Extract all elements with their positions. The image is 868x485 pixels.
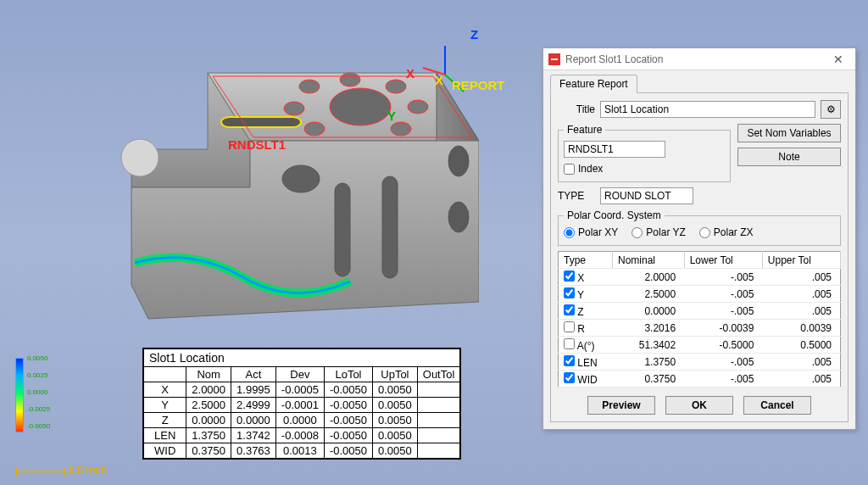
set-nom-button[interactable]: Set Nom Variables (737, 124, 841, 142)
title-input[interactable] (600, 101, 815, 118)
polar-zx-label: Polar ZX (714, 226, 754, 238)
result-col-header: Dev (275, 367, 324, 382)
feature-legend: Feature (564, 124, 605, 136)
tab-feature-report[interactable]: Feature Report (550, 75, 637, 93)
table-row[interactable]: R3.2016-0.00390.0039 (559, 320, 841, 337)
feature-fieldset: Feature Index (558, 124, 731, 182)
scale-label: 0.5 inch (69, 465, 107, 477)
report-dialog[interactable]: Report Slot1 Location ✕ Feature Report T… (542, 47, 856, 430)
legend-tick: -0.0025 (27, 405, 50, 413)
svg-rect-15 (335, 183, 350, 276)
tol-col-header: Nominal (613, 252, 685, 269)
svg-point-18 (121, 139, 159, 176)
table-row: LEN1.37501.3742-0.0008-0.00500.0050 (144, 428, 460, 443)
svg-point-10 (304, 122, 325, 136)
table-row[interactable]: X2.0000-.005.005 (559, 269, 841, 286)
tol-col-header: Type (559, 252, 613, 269)
table-row: Y2.50002.4999-0.0001-0.00500.0050 (144, 398, 460, 413)
polar-yz-radio[interactable] (632, 227, 643, 238)
preview-button[interactable]: Preview (587, 396, 655, 415)
svg-point-7 (386, 80, 406, 93)
tol-row-checkbox[interactable] (564, 287, 575, 298)
tol-col-header: Lower Tol (684, 252, 762, 269)
polar-xy-radio[interactable] (564, 227, 575, 238)
result-table: Slot1 Location NomActDevLoTolUpTolOutTol… (142, 348, 461, 460)
tol-col-header: Upper Tol (762, 252, 840, 269)
note-button[interactable]: Note (737, 148, 841, 166)
axis-x2-label: X (435, 73, 443, 87)
result-col-header: LoTol (324, 367, 372, 382)
svg-point-4 (330, 88, 391, 125)
dialog-title: Report Slot1 Location (565, 53, 826, 65)
dialog-titlebar[interactable]: Report Slot1 Location ✕ (543, 48, 855, 70)
table-row: X2.00001.9995-0.0005-0.00500.0050 (144, 382, 460, 398)
gear-button[interactable]: ⚙ (821, 100, 841, 119)
svg-point-6 (340, 73, 360, 86)
ok-button[interactable]: OK (665, 396, 733, 415)
feature-label-3d: RNDSLT1 (228, 137, 286, 152)
svg-rect-16 (382, 176, 398, 278)
report-label: REPORT (452, 78, 505, 92)
result-table-title: Slot1 Location (144, 349, 460, 367)
polar-yz-label: Polar YZ (646, 226, 685, 238)
result-col-header: Act (231, 367, 276, 382)
close-icon[interactable]: ✕ (826, 53, 850, 66)
tol-row-checkbox[interactable] (564, 321, 575, 332)
axis-y-label: Y (387, 109, 396, 123)
table-row[interactable]: LEN1.3750-.005.005 (559, 354, 841, 371)
svg-point-9 (391, 122, 411, 136)
axis-z-label: Z (470, 27, 478, 42)
svg-point-5 (299, 80, 320, 93)
result-col-header: OutTol (417, 367, 460, 382)
table-row[interactable]: Y2.5000-.005.005 (559, 286, 841, 303)
table-row: WID0.37500.37630.0013-0.00500.0050 (144, 443, 460, 459)
tolerance-table[interactable]: TypeNominalLower TolUpper Tol X2.0000-.0… (558, 251, 841, 387)
tol-row-checkbox[interactable] (564, 304, 575, 315)
svg-point-11 (284, 102, 304, 115)
polar-legend: Polar Coord. System (564, 209, 665, 221)
svg-point-14 (448, 202, 469, 232)
index-checkbox[interactable] (564, 164, 575, 175)
tol-row-checkbox[interactable] (564, 338, 575, 349)
result-col-header: Nom (186, 367, 231, 382)
svg-point-17 (282, 165, 320, 192)
index-label: Index (578, 163, 603, 175)
part-3d: Z X X REPORT Y RNDSLT1 (81, 31, 479, 370)
tol-row-checkbox[interactable] (564, 270, 575, 282)
type-label: TYPE (558, 190, 595, 202)
axis-x-label: X (406, 66, 415, 81)
legend-tick: 0.0000 (27, 388, 47, 396)
cancel-button[interactable]: Cancel (743, 396, 811, 415)
result-col-header (144, 367, 186, 382)
table-row[interactable]: A(°)51.3402-0.50000.5000 (559, 337, 841, 354)
polar-zx-radio[interactable] (699, 227, 710, 238)
legend-tick: -0.0050 (27, 422, 50, 430)
legend-tick: 0.0050 (27, 354, 47, 362)
result-col-header: UpTol (373, 367, 418, 382)
tol-row-checkbox[interactable] (564, 372, 575, 383)
svg-point-8 (408, 100, 428, 114)
scale-bar: 0.5 inch (15, 465, 107, 477)
gear-icon: ⚙ (826, 103, 836, 115)
title-label: Title (558, 103, 595, 115)
legend-tick: 0.0025 (27, 371, 47, 379)
polar-xy-label: Polar XY (578, 226, 618, 238)
polar-fieldset: Polar Coord. System Polar XY Polar YZ Po… (558, 209, 841, 246)
type-input[interactable] (600, 187, 693, 204)
svg-point-13 (448, 146, 469, 176)
table-row: Z0.00000.00000.0000-0.00500.0050 (144, 413, 460, 428)
app-icon (548, 53, 560, 65)
feature-input[interactable] (564, 141, 665, 158)
tol-row-checkbox[interactable] (564, 355, 575, 366)
table-row[interactable]: WID0.3750-.005.005 (559, 371, 841, 387)
table-row[interactable]: Z0.0000-.005.005 (559, 303, 841, 320)
